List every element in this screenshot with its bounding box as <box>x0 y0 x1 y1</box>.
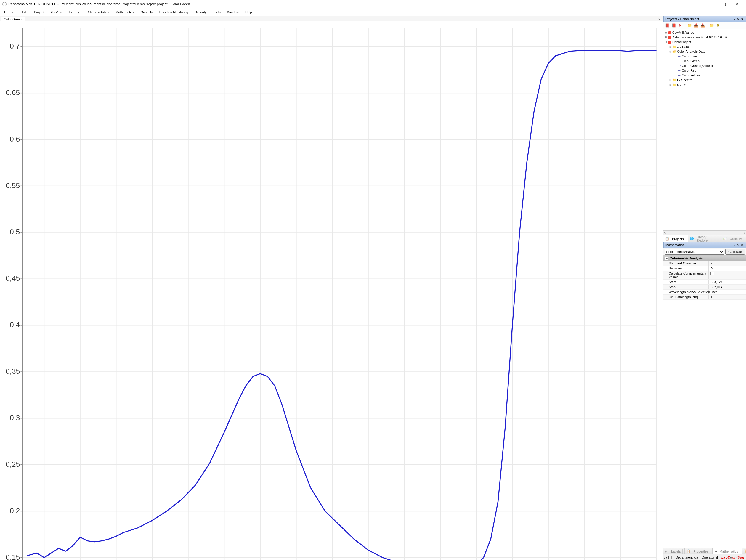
panel-pin-icon[interactable]: ⇱ <box>736 18 740 21</box>
tree-toggle[interactable]: ⊞ <box>664 36 667 39</box>
status-department: Department: qa <box>676 556 698 559</box>
panel-close-icon[interactable]: ✕ <box>740 18 744 21</box>
projects-panel-header: Projects - DemoProject ▾ ⇱ ✕ <box>663 16 746 22</box>
menu-help[interactable]: Help <box>242 9 255 15</box>
menu-edit[interactable]: Edit <box>19 9 30 15</box>
toolbar-open-project-icon[interactable]: 📕 <box>665 23 670 28</box>
panel-dropdown-icon[interactable]: ▾ <box>733 243 736 247</box>
app-icon <box>2 2 6 6</box>
panel-pin-icon[interactable]: ⇱ <box>736 243 740 247</box>
tab-properties[interactable]: 📋 Properties <box>685 549 712 554</box>
project-icon <box>667 31 672 34</box>
tree-item-colorgreen-shifted[interactable]: Color Green (Shifted) <box>682 64 713 67</box>
projects-toolbar: 📕 📕 ✖ 📁 📥 📤 📁 ✖ <box>663 22 746 29</box>
projects-panel-title: Projects - DemoProject <box>665 17 699 21</box>
tab-labels[interactable]: 🏷 Labels <box>663 549 685 554</box>
toolbar-import-icon[interactable]: 📥 <box>693 23 698 28</box>
maximize-button[interactable]: ▢ <box>718 0 730 8</box>
projects-panel-tabs: 📋 Projects 🌐 Library Explorer 📊 Quantify <box>663 235 746 242</box>
prop-complementary-val[interactable] <box>709 271 746 279</box>
menu-project[interactable]: Project <box>31 9 47 15</box>
tree-toggle[interactable]: ⊟ <box>664 40 667 43</box>
panel-close-icon[interactable]: ✕ <box>740 243 744 247</box>
project-icon <box>667 40 672 44</box>
prop-wavelength-val[interactable]: Data <box>709 290 746 294</box>
tree-item-irspectra[interactable]: IR Spectra <box>677 78 692 82</box>
menu-tools[interactable]: Tools <box>210 9 224 15</box>
menu-mathematics[interactable]: Mathematics <box>113 9 137 15</box>
property-grid: −Colorimetric Analysis Standard Observer… <box>663 256 746 548</box>
tree-item-colorgreen[interactable]: Color Green <box>682 59 699 63</box>
menu-library[interactable]: Library <box>66 9 82 15</box>
tree-toggle[interactable]: ⊞ <box>669 83 672 86</box>
tree-item-coloryellow[interactable]: Color Yellow <box>682 73 700 77</box>
project-icon <box>667 35 672 39</box>
prop-observer-val[interactable]: 2 <box>709 261 746 266</box>
minimize-button[interactable]: — <box>705 0 718 8</box>
tree-toggle[interactable]: ⊞ <box>669 79 672 82</box>
plot-tab-active[interactable]: Color Green <box>1 17 25 22</box>
math-panel-header: Mathematics ▾ ⇱ ✕ <box>663 242 746 248</box>
toolbar-add-folder-icon[interactable]: 📁 <box>687 23 692 28</box>
folder-open-icon <box>672 50 677 54</box>
menu-file[interactable]: File <box>1 9 18 15</box>
tree-toggle[interactable]: ⊞ <box>669 45 672 48</box>
prop-illuminant-val[interactable]: A <box>709 266 746 271</box>
tree-item-3ddata[interactable]: 3D Data <box>677 45 689 49</box>
window-title: Panorama MASTER DONGLE - C:\Users\Public… <box>8 2 705 6</box>
prop-section-header[interactable]: −Colorimetric Analysis <box>663 256 746 261</box>
math-method-select[interactable]: Colorimetric Analysis <box>665 249 724 255</box>
prop-cellpath-key: Cell Pathlength [cm] <box>663 295 709 299</box>
folder-icon <box>672 83 677 87</box>
tree-item-aldol[interactable]: Aldol condensation 2014-02-13 16_02 <box>672 35 727 39</box>
svg-text:0,3: 0,3 <box>10 414 20 422</box>
menu-reaction[interactable]: Reaction Monitoring <box>156 9 191 15</box>
toolbar-remove-icon[interactable]: ✖ <box>716 23 721 28</box>
prop-start-key: Start <box>663 279 709 284</box>
calculate-button[interactable]: Calculate <box>725 249 745 255</box>
folder-icon <box>672 78 677 82</box>
toolbar-close-project-icon[interactable]: ✖ <box>678 23 683 28</box>
close-button[interactable]: ✕ <box>730 0 744 8</box>
svg-text:0,25: 0,25 <box>6 460 20 468</box>
status-operator: Operator: jf <box>701 556 718 559</box>
prop-cellpath-val[interactable]: 1 <box>709 295 746 299</box>
menu-window[interactable]: Window <box>224 9 242 15</box>
spectrum-icon <box>677 64 681 67</box>
tree-item-colorblue[interactable]: Color Blue <box>682 55 697 58</box>
projects-panel: Projects - DemoProject ▾ ⇱ ✕ 📕 📕 ✖ 📁 📥 📤… <box>663 16 746 242</box>
projects-tree: ⊞CowMilkRange ⊞Aldol condensation 2014-0… <box>663 29 746 230</box>
tree-item-demoproject[interactable]: DemoProject <box>672 40 691 44</box>
tree-toggle[interactable]: ⊟ <box>669 50 672 53</box>
panel-dropdown-icon[interactable]: ▾ <box>733 18 736 21</box>
tab-audit-trail[interactable]: 📜 Audit Trail <box>742 547 746 556</box>
menu-2dview[interactable]: 2D View <box>48 9 66 15</box>
plot-tab-close[interactable]: × <box>657 17 662 22</box>
toolbar-folder-icon[interactable]: 📁 <box>709 23 714 28</box>
tree-item-coloranalysis[interactable]: Color Analysis Data <box>677 50 706 53</box>
tab-quantify[interactable]: 📊 Quantify <box>721 235 746 242</box>
mathematics-panel: Mathematics ▾ ⇱ ✕ Colorimetric Analysis … <box>663 242 746 554</box>
spectrum-icon <box>677 55 681 58</box>
prop-complementary-checkbox[interactable] <box>711 271 714 275</box>
tab-projects[interactable]: 📋 Projects <box>663 235 688 242</box>
tree-toggle[interactable]: ⊞ <box>664 31 667 34</box>
tab-mathematics[interactable]: ∿ Mathematics <box>713 549 742 554</box>
spectrum-plot[interactable]: 0,150,20,250,30,350,40,450,50,550,60,650… <box>0 21 663 560</box>
menu-ir[interactable]: IR Interpretation <box>83 9 112 15</box>
menu-quantify[interactable]: Quantify <box>138 9 156 15</box>
svg-text:0,2: 0,2 <box>10 507 20 515</box>
tree-item-uvdata[interactable]: UV Data <box>677 83 689 86</box>
menu-security[interactable]: Security <box>192 9 209 15</box>
tree-item-cowmilk[interactable]: CowMilkRange <box>672 31 694 34</box>
prop-observer-key: Standard Observer <box>663 261 709 266</box>
toolbar-save-project-icon[interactable]: 📕 <box>671 23 677 28</box>
tree-item-colorred[interactable]: Color Red <box>682 69 696 72</box>
prop-start-val[interactable]: 363,127 <box>709 279 746 284</box>
prop-stop-key: Stop <box>663 285 709 289</box>
svg-text:0,45: 0,45 <box>6 274 20 282</box>
svg-text:0,15: 0,15 <box>6 553 20 560</box>
toolbar-export-icon[interactable]: 📤 <box>700 23 705 28</box>
svg-text:0,7: 0,7 <box>10 42 20 50</box>
prop-stop-val[interactable]: 802,014 <box>709 285 746 289</box>
